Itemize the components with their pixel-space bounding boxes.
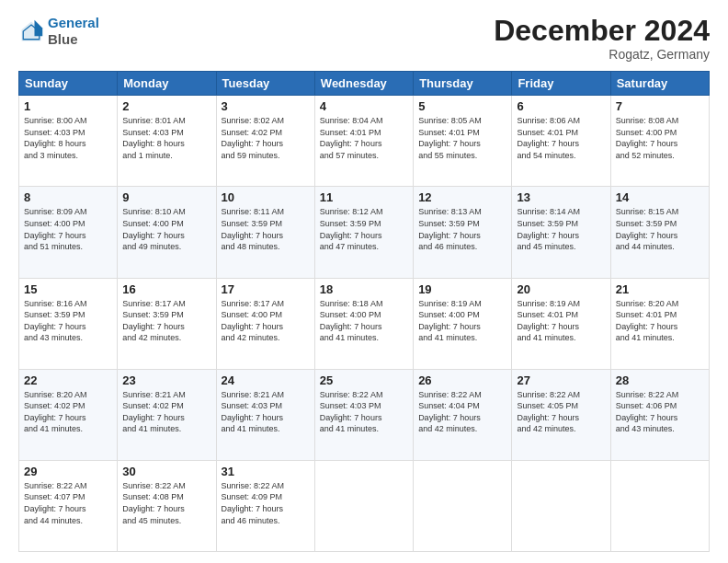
calendar-cell: 21Sunrise: 8:20 AM Sunset: 4:01 PM Dayli…: [610, 278, 709, 369]
day-number: 5: [418, 99, 506, 113]
day-number: 14: [616, 190, 704, 204]
day-info: Sunrise: 8:00 AM Sunset: 4:03 PM Dayligh…: [24, 115, 112, 161]
day-info: Sunrise: 8:05 AM Sunset: 4:01 PM Dayligh…: [418, 115, 506, 161]
day-info: Sunrise: 8:04 AM Sunset: 4:01 PM Dayligh…: [320, 115, 408, 161]
calendar-cell: 2Sunrise: 8:01 AM Sunset: 4:03 PM Daylig…: [118, 96, 216, 187]
calendar-table: SundayMondayTuesdayWednesdayThursdayFrid…: [18, 71, 710, 552]
calendar-cell: [414, 460, 512, 551]
day-info: Sunrise: 8:21 AM Sunset: 4:02 PM Dayligh…: [122, 389, 210, 435]
calendar-cell: 24Sunrise: 8:21 AM Sunset: 4:03 PM Dayli…: [216, 369, 314, 460]
calendar-cell: 19Sunrise: 8:19 AM Sunset: 4:00 PM Dayli…: [414, 278, 512, 369]
calendar-cell: 28Sunrise: 8:22 AM Sunset: 4:06 PM Dayli…: [610, 369, 709, 460]
day-info: Sunrise: 8:22 AM Sunset: 4:07 PM Dayligh…: [24, 480, 112, 526]
calendar-cell: 15Sunrise: 8:16 AM Sunset: 3:59 PM Dayli…: [19, 278, 118, 369]
header: General Blue December 2024 Rogatz, Germa…: [18, 15, 710, 62]
calendar-week-3: 15Sunrise: 8:16 AM Sunset: 3:59 PM Dayli…: [19, 278, 710, 369]
day-number: 10: [222, 190, 310, 204]
calendar-cell: 26Sunrise: 8:22 AM Sunset: 4:04 PM Dayli…: [414, 369, 512, 460]
day-header-saturday: Saturday: [610, 72, 709, 96]
calendar-cell: 1Sunrise: 8:00 AM Sunset: 4:03 PM Daylig…: [19, 96, 118, 187]
day-number: 18: [320, 282, 408, 296]
day-number: 31: [222, 465, 310, 478]
day-info: Sunrise: 8:15 AM Sunset: 3:59 PM Dayligh…: [616, 206, 704, 252]
calendar-cell: 10Sunrise: 8:11 AM Sunset: 3:59 PM Dayli…: [216, 187, 314, 278]
day-number: 1: [24, 99, 112, 113]
title-block: December 2024 Rogatz, Germany: [494, 15, 710, 62]
day-info: Sunrise: 8:16 AM Sunset: 3:59 PM Dayligh…: [24, 298, 112, 344]
calendar-cell: 29Sunrise: 8:22 AM Sunset: 4:07 PM Dayli…: [19, 460, 118, 551]
day-number: 25: [320, 373, 408, 387]
day-info: Sunrise: 8:19 AM Sunset: 4:00 PM Dayligh…: [418, 298, 506, 344]
day-info: Sunrise: 8:06 AM Sunset: 4:01 PM Dayligh…: [517, 115, 605, 161]
day-info: Sunrise: 8:01 AM Sunset: 4:03 PM Dayligh…: [122, 115, 210, 161]
calendar-header-row: SundayMondayTuesdayWednesdayThursdayFrid…: [19, 72, 710, 96]
day-info: Sunrise: 8:13 AM Sunset: 3:59 PM Dayligh…: [418, 206, 506, 252]
day-info: Sunrise: 8:08 AM Sunset: 4:00 PM Dayligh…: [616, 115, 704, 161]
day-info: Sunrise: 8:20 AM Sunset: 4:02 PM Dayligh…: [24, 389, 112, 435]
day-info: Sunrise: 8:02 AM Sunset: 4:02 PM Dayligh…: [222, 115, 310, 161]
day-info: Sunrise: 8:22 AM Sunset: 4:09 PM Dayligh…: [222, 480, 310, 526]
day-number: 22: [24, 373, 112, 387]
day-number: 11: [320, 190, 408, 204]
day-info: Sunrise: 8:10 AM Sunset: 4:00 PM Dayligh…: [122, 206, 210, 252]
logo-icon: [18, 18, 44, 44]
calendar-cell: 25Sunrise: 8:22 AM Sunset: 4:03 PM Dayli…: [314, 369, 413, 460]
day-number: 9: [122, 190, 210, 204]
day-number: 15: [24, 282, 112, 296]
month-title: December 2024: [494, 15, 710, 47]
day-number: 3: [222, 99, 310, 113]
day-number: 6: [517, 99, 605, 113]
day-info: Sunrise: 8:22 AM Sunset: 4:03 PM Dayligh…: [320, 389, 408, 435]
day-number: 26: [418, 373, 506, 387]
day-info: Sunrise: 8:19 AM Sunset: 4:01 PM Dayligh…: [517, 298, 605, 344]
day-number: 27: [517, 373, 605, 387]
day-number: 16: [122, 282, 210, 296]
day-header-sunday: Sunday: [19, 72, 118, 96]
calendar-cell: 11Sunrise: 8:12 AM Sunset: 3:59 PM Dayli…: [314, 187, 413, 278]
calendar-cell: 27Sunrise: 8:22 AM Sunset: 4:05 PM Dayli…: [512, 369, 610, 460]
day-number: 8: [24, 190, 112, 204]
day-number: 2: [122, 99, 210, 113]
day-info: Sunrise: 8:20 AM Sunset: 4:01 PM Dayligh…: [616, 298, 704, 344]
calendar-cell: 14Sunrise: 8:15 AM Sunset: 3:59 PM Dayli…: [610, 187, 709, 278]
calendar-cell: [610, 460, 709, 551]
page: General Blue December 2024 Rogatz, Germa…: [0, 0, 728, 563]
calendar-cell: [512, 460, 610, 551]
day-number: 20: [517, 282, 605, 296]
day-info: Sunrise: 8:17 AM Sunset: 4:00 PM Dayligh…: [222, 298, 310, 344]
calendar-cell: 7Sunrise: 8:08 AM Sunset: 4:00 PM Daylig…: [610, 96, 709, 187]
day-number: 23: [122, 373, 210, 387]
logo: General Blue: [18, 15, 99, 48]
day-number: 21: [616, 282, 704, 296]
day-number: 13: [517, 190, 605, 204]
day-header-thursday: Thursday: [414, 72, 512, 96]
calendar-cell: 16Sunrise: 8:17 AM Sunset: 3:59 PM Dayli…: [118, 278, 216, 369]
calendar-week-1: 1Sunrise: 8:00 AM Sunset: 4:03 PM Daylig…: [19, 96, 710, 187]
day-number: 12: [418, 190, 506, 204]
calendar-week-4: 22Sunrise: 8:20 AM Sunset: 4:02 PM Dayli…: [19, 369, 710, 460]
calendar-cell: 31Sunrise: 8:22 AM Sunset: 4:09 PM Dayli…: [216, 460, 314, 551]
location-subtitle: Rogatz, Germany: [494, 47, 710, 62]
day-header-monday: Monday: [118, 72, 216, 96]
day-header-friday: Friday: [512, 72, 610, 96]
logo-text: General Blue: [48, 15, 99, 48]
calendar-cell: 17Sunrise: 8:17 AM Sunset: 4:00 PM Dayli…: [216, 278, 314, 369]
calendar-cell: 13Sunrise: 8:14 AM Sunset: 3:59 PM Dayli…: [512, 187, 610, 278]
calendar-cell: 12Sunrise: 8:13 AM Sunset: 3:59 PM Dayli…: [414, 187, 512, 278]
day-number: 4: [320, 99, 408, 113]
calendar-cell: 22Sunrise: 8:20 AM Sunset: 4:02 PM Dayli…: [19, 369, 118, 460]
calendar-cell: 4Sunrise: 8:04 AM Sunset: 4:01 PM Daylig…: [314, 96, 413, 187]
day-number: 17: [222, 282, 310, 296]
day-info: Sunrise: 8:22 AM Sunset: 4:08 PM Dayligh…: [122, 480, 210, 526]
day-header-wednesday: Wednesday: [314, 72, 413, 96]
day-info: Sunrise: 8:09 AM Sunset: 4:00 PM Dayligh…: [24, 206, 112, 252]
day-info: Sunrise: 8:22 AM Sunset: 4:06 PM Dayligh…: [616, 389, 704, 435]
day-info: Sunrise: 8:21 AM Sunset: 4:03 PM Dayligh…: [222, 389, 310, 435]
calendar-cell: 18Sunrise: 8:18 AM Sunset: 4:00 PM Dayli…: [314, 278, 413, 369]
day-info: Sunrise: 8:11 AM Sunset: 3:59 PM Dayligh…: [222, 206, 310, 252]
day-number: 19: [418, 282, 506, 296]
calendar-cell: 20Sunrise: 8:19 AM Sunset: 4:01 PM Dayli…: [512, 278, 610, 369]
calendar-cell: 23Sunrise: 8:21 AM Sunset: 4:02 PM Dayli…: [118, 369, 216, 460]
day-info: Sunrise: 8:14 AM Sunset: 3:59 PM Dayligh…: [517, 206, 605, 252]
calendar-cell: 3Sunrise: 8:02 AM Sunset: 4:02 PM Daylig…: [216, 96, 314, 187]
